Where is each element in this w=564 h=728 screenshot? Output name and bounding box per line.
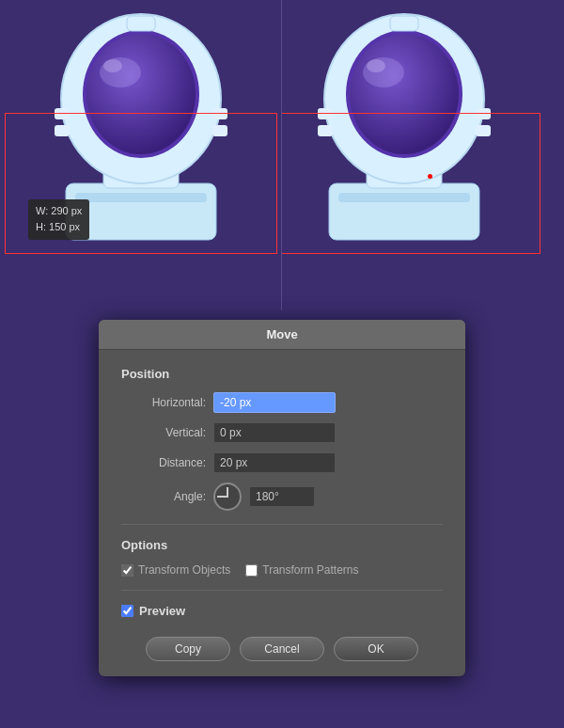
svg-rect-21 [390, 16, 418, 31]
cancel-button[interactable]: Cancel [240, 637, 324, 661]
preview-label: Preview [139, 604, 185, 618]
preview-checkbox[interactable] [121, 605, 133, 617]
transform-objects-checkbox[interactable] [121, 564, 133, 577]
dial-line-indicator [217, 496, 228, 498]
svg-rect-13 [329, 183, 479, 240]
ok-button[interactable]: OK [334, 637, 418, 661]
svg-rect-22 [318, 108, 333, 119]
divider-1 [121, 524, 443, 525]
horizontal-label: Horizontal: [121, 396, 206, 409]
red-dot [428, 174, 432, 179]
dialog-title: Move [266, 327, 297, 341]
distance-input[interactable] [213, 452, 336, 473]
move-dialog: Move Position Horizontal: Vertical: Dist… [99, 320, 465, 676]
svg-rect-25 [476, 125, 491, 136]
transform-objects-option[interactable]: Transform Objects [121, 563, 230, 577]
preview-row: Preview [121, 604, 443, 618]
svg-rect-1 [75, 193, 207, 202]
options-section: Options Transform Objects Transform Patt… [121, 538, 443, 577]
height-label: H: 150 px [36, 219, 82, 236]
horizontal-row: Horizontal: [121, 392, 443, 413]
svg-point-20 [367, 59, 385, 72]
svg-point-18 [350, 34, 459, 154]
dialog-body: Position Horizontal: Vertical: Distance:… [99, 350, 465, 676]
svg-point-7 [103, 59, 122, 72]
options-section-label: Options [121, 538, 443, 552]
distance-label: Distance: [121, 456, 206, 469]
angle-input[interactable] [249, 486, 315, 507]
dialog-overlay: Move Position Horizontal: Vertical: Dist… [0, 310, 564, 728]
options-checkbox-row: Transform Objects Transform Patterns [121, 563, 443, 577]
svg-rect-12 [212, 125, 227, 136]
dimension-badge: W: 290 px H: 150 px [28, 199, 89, 240]
svg-rect-23 [318, 125, 333, 136]
angle-dial[interactable] [213, 483, 242, 511]
transform-patterns-checkbox[interactable] [245, 564, 258, 577]
angle-label: Angle: [121, 490, 206, 503]
button-row: Copy Cancel OK [121, 633, 443, 661]
vertical-row: Vertical: [121, 422, 443, 443]
position-section-label: Position [121, 367, 443, 381]
transform-objects-label: Transform Objects [138, 563, 230, 577]
divider-2 [121, 590, 443, 591]
svg-rect-11 [212, 108, 227, 119]
distance-row: Distance: [121, 452, 443, 473]
svg-rect-9 [55, 108, 70, 119]
vertical-input[interactable] [213, 422, 336, 443]
astronaut-right [301, 5, 508, 249]
svg-rect-10 [55, 125, 70, 136]
angle-row: Angle: [121, 483, 443, 511]
canvas-area: W: 290 px H: 150 px [0, 0, 564, 310]
dialog-title-bar: Move [99, 320, 465, 350]
svg-rect-8 [127, 16, 155, 31]
copy-button[interactable]: Copy [146, 637, 230, 661]
transform-patterns-label: Transform Patterns [262, 563, 358, 577]
canvas-left: W: 290 px H: 150 px [0, 0, 282, 310]
width-label: W: 290 px [36, 203, 82, 220]
vertical-label: Vertical: [121, 426, 206, 439]
canvas-right [282, 0, 564, 310]
svg-rect-24 [476, 108, 491, 119]
horizontal-input[interactable] [213, 392, 336, 413]
transform-patterns-option[interactable]: Transform Patterns [245, 563, 358, 577]
svg-point-5 [86, 34, 196, 154]
svg-rect-14 [338, 193, 470, 202]
